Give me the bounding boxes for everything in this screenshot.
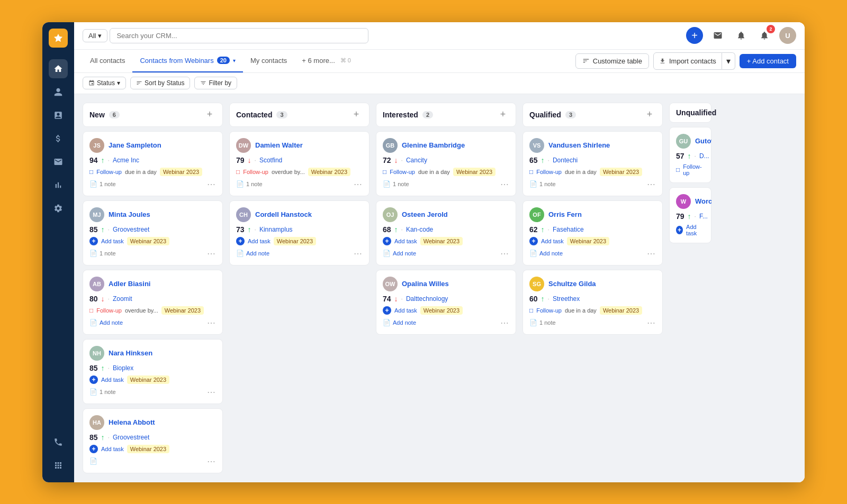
add-task-button[interactable]: Add task	[541, 238, 564, 244]
follow-up-label[interactable]: Follow-up	[390, 169, 415, 175]
contact-company[interactable]: Groovestreet	[113, 226, 149, 233]
contact-company[interactable]: Dalttechnology	[406, 295, 448, 303]
add-task-button[interactable]: Add task	[101, 446, 124, 452]
search-input[interactable]	[110, 28, 368, 43]
contact-name[interactable]: Jane Sampleton	[109, 141, 161, 149]
contact-name[interactable]: Vandusen Shirlene	[548, 141, 610, 149]
add-task-button[interactable]: Add task	[101, 377, 124, 383]
tab-more[interactable]: + 6 more... ⌘ 0	[294, 49, 358, 72]
contact-company[interactable]: Kinnamplus	[259, 226, 293, 233]
contact-company[interactable]: Kan-code	[406, 226, 433, 233]
contact-name[interactable]: Damien Walter	[255, 141, 303, 149]
add-task-button[interactable]: Add task	[394, 307, 417, 314]
card-more-button[interactable]: ⋯	[207, 318, 216, 328]
tab-webinars[interactable]: Contacts from Webinars 20 ▾	[132, 49, 242, 72]
card-more-button[interactable]: ⋯	[647, 179, 656, 189]
contact-company[interactable]: Zoomit	[113, 295, 132, 303]
note-label[interactable]: 📄Add note	[383, 319, 416, 326]
contact-company[interactable]: Groovestreet	[113, 434, 149, 441]
contact-name[interactable]: Osteen Jerold	[402, 210, 448, 218]
contact-name[interactable]: Schultze Gilda	[548, 280, 596, 288]
follow-up-label[interactable]: Follow-up	[536, 169, 562, 175]
sidebar-icon-home[interactable]	[49, 59, 68, 78]
contact-tag: Webinar 2023	[160, 168, 202, 176]
card-more-button[interactable]: ⋯	[207, 387, 216, 397]
note-label[interactable]: 📄Add note	[236, 250, 269, 257]
contact-name[interactable]: Cordell Hanstock	[255, 210, 312, 218]
import-dropdown[interactable]: ▾	[722, 52, 735, 70]
card-more-button[interactable]: ⋯	[354, 249, 363, 259]
note-label[interactable]: 📄Add note	[89, 319, 123, 326]
contact-company[interactable]: F...	[699, 213, 708, 220]
note-label[interactable]: 📄Add note	[529, 250, 563, 257]
notification-wrapper[interactable]: 2	[756, 27, 773, 44]
status-filter-chip[interactable]: Status ▾	[83, 77, 126, 89]
card-more-button[interactable]: ⋯	[500, 179, 509, 189]
sidebar-icon-contacts[interactable]	[49, 83, 68, 102]
follow-up-label[interactable]: Follow-up	[243, 169, 268, 175]
sidebar-icon-dollar[interactable]	[49, 129, 68, 148]
card-more-button[interactable]: ⋯	[647, 249, 656, 259]
card-more-button[interactable]: ⋯	[207, 249, 216, 259]
note-label[interactable]: 📄Add note	[383, 250, 416, 257]
contact-name[interactable]: Worcest...	[695, 197, 711, 205]
card-more-button[interactable]: ⋯	[500, 249, 509, 259]
contact-name[interactable]: Opalina Willes	[402, 280, 449, 288]
add-task-button[interactable]: Add task	[248, 238, 271, 244]
all-dropdown[interactable]: All ▾	[83, 29, 107, 42]
contact-name[interactable]: Gutowsk...	[695, 137, 711, 145]
follow-up-label[interactable]: Follow-up	[96, 307, 122, 314]
follow-up-label[interactable]: Follow-up	[96, 169, 122, 175]
contact-name[interactable]: Orris Fern	[548, 210, 582, 218]
sidebar-icon-grid[interactable]	[49, 456, 68, 475]
contact-company[interactable]: Streethex	[553, 295, 580, 303]
contact-company[interactable]: Dontechi	[553, 157, 578, 164]
tab-all-contacts[interactable]: All contacts	[83, 49, 132, 72]
user-avatar[interactable]: U	[779, 27, 796, 44]
column-add-new[interactable]: +	[203, 108, 216, 121]
add-task-button[interactable]: Add task	[101, 238, 124, 244]
column-add-qualified[interactable]: +	[643, 108, 656, 121]
sidebar-icon-email[interactable]	[49, 152, 68, 171]
sidebar-icon-phone[interactable]	[49, 433, 68, 452]
sidebar-icon-settings[interactable]	[49, 199, 68, 218]
contact-score: 85	[89, 364, 98, 372]
card-more-button[interactable]: ⋯	[647, 318, 656, 328]
filter-by-chip[interactable]: Filter by	[194, 77, 237, 89]
customize-table-button[interactable]: Customize table	[575, 53, 649, 69]
contact-company[interactable]: Scotfind	[259, 157, 282, 164]
card-more-button[interactable]: ⋯	[207, 179, 216, 189]
add-task-button[interactable]: Add task	[686, 224, 705, 236]
contact-name[interactable]: Minta Joules	[109, 210, 150, 218]
tab-my-contacts[interactable]: My contacts	[243, 49, 294, 72]
import-button[interactable]: Import contacts	[653, 52, 722, 70]
sort-chip[interactable]: Sort by Status	[130, 77, 190, 89]
dot-separator: ·	[255, 157, 256, 164]
contact-company[interactable]: Fasehatice	[553, 226, 584, 233]
column-add-contacted[interactable]: +	[350, 108, 363, 121]
add-button[interactable]: +	[686, 27, 703, 44]
card-more-button[interactable]: ⋯	[207, 456, 216, 466]
bell-button[interactable]	[733, 27, 750, 44]
mail-button[interactable]	[709, 27, 726, 44]
card-more-button[interactable]: ⋯	[354, 179, 363, 189]
sidebar-icon-reports[interactable]	[49, 106, 68, 125]
card-task-row: □Follow-updue in a dayWebinar 2023	[383, 168, 509, 176]
contact-company[interactable]: Cancity	[406, 157, 427, 164]
contact-name[interactable]: Glenine Bambridge	[402, 141, 465, 149]
import-label: Import contacts	[669, 57, 716, 65]
add-task-button[interactable]: Add task	[394, 238, 417, 244]
contact-company[interactable]: Acme Inc	[113, 157, 139, 164]
follow-up-label[interactable]: Follow-up	[536, 307, 562, 314]
card-more-button[interactable]: ⋯	[500, 318, 509, 328]
sidebar-icon-chart[interactable]	[49, 176, 68, 195]
column-add-interested[interactable]: +	[497, 108, 509, 121]
add-contact-button[interactable]: + Add contact	[740, 54, 796, 68]
contact-company[interactable]: Bioplex	[113, 364, 133, 372]
contact-company[interactable]: D...	[699, 152, 709, 160]
contact-name[interactable]: Nara Hinksen	[109, 349, 152, 357]
follow-up-label[interactable]: Follow-up	[683, 163, 705, 176]
contact-name[interactable]: Helena Abbott	[109, 418, 155, 426]
sidebar-logo[interactable]	[49, 29, 68, 48]
contact-name[interactable]: Adler Biasini	[109, 280, 150, 288]
